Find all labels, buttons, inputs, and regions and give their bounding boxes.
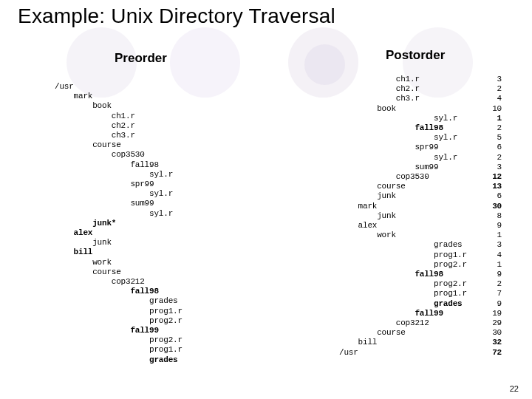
postorder-line: work1 (339, 231, 502, 240)
preorder-line: ch3.r (55, 131, 306, 140)
preorder-line: spr99 (55, 180, 306, 189)
postorder-line: prog1.r7 (339, 289, 502, 299)
postorder-line: spr996 (339, 143, 502, 152)
postorder-line: syl.r5 (339, 133, 502, 143)
preorder-line: fall99 (55, 326, 306, 335)
postorder-line: fall982 (339, 123, 502, 133)
postorder-line: grades3 (339, 240, 502, 250)
preorder-line: book (55, 101, 306, 111)
preorder-line: syl.r (55, 170, 306, 180)
postorder-line: ch2.r2 (339, 84, 502, 94)
postorder-line: cop353012 (339, 172, 502, 182)
postorder-line: prog2.r1 (339, 260, 502, 270)
postorder-line: ch1.r3 (339, 75, 502, 84)
postorder-line: junk8 (339, 211, 502, 221)
preorder-line: ch2.r (55, 121, 306, 131)
postorder-line: alex9 (339, 221, 502, 231)
preorder-line: junk* (55, 219, 306, 228)
postorder-line: syl.r1 (339, 114, 502, 123)
postorder-line: junk6 (339, 191, 502, 201)
preorder-line: bill (55, 248, 306, 257)
postorder-line: sum993 (339, 163, 502, 172)
postorder-line: course13 (339, 182, 502, 191)
preorder-line: ch1.r (55, 112, 306, 121)
preorder-line: prog1.r (55, 307, 306, 316)
postorder-line: /usr72 (339, 348, 502, 358)
preorder-line: prog1.r (55, 345, 306, 355)
preorder-line: sum99 (55, 199, 306, 208)
postorder-line: bill32 (339, 338, 502, 347)
preorder-line: fall98 (55, 287, 306, 296)
preorder-line: prog2.r (55, 316, 306, 326)
preorder-column-title: Preorder (115, 51, 167, 66)
postorder-line: cop321229 (339, 318, 502, 328)
preorder-line: grades (55, 296, 306, 306)
preorder-line: fall98 (55, 160, 306, 170)
preorder-line: /usr (55, 82, 306, 92)
preorder-line: syl.r (55, 189, 306, 199)
postorder-line: course30 (339, 328, 502, 338)
postorder-line: prog2.r2 (339, 279, 502, 289)
preorder-line: course (55, 267, 306, 277)
page-number: 22 (510, 384, 519, 393)
postorder-line: ch3.r4 (339, 94, 502, 103)
preorder-line: alex (55, 228, 306, 238)
preorder-line: cop3530 (55, 150, 306, 160)
postorder-column-title: Postorder (386, 48, 445, 63)
slide-title: Example: Unix Directory Traversal (18, 4, 335, 28)
preorder-line: grades (55, 355, 306, 365)
postorder-line: mark30 (339, 202, 502, 211)
preorder-line: course (55, 140, 306, 150)
postorder-listing: ch1.r3 ch2.r2 ch3.r4 book10 syl.r1 fall9… (339, 75, 502, 358)
preorder-line: syl.r (55, 209, 306, 219)
postorder-line: prog1.r4 (339, 250, 502, 260)
postorder-line: syl.r2 (339, 153, 502, 163)
preorder-line: prog2.r (55, 335, 306, 345)
preorder-line: work (55, 258, 306, 267)
postorder-line: grades9 (339, 299, 502, 309)
postorder-line: fall9919 (339, 309, 502, 318)
postorder-line: book10 (339, 104, 502, 114)
preorder-line: cop3212 (55, 277, 306, 287)
postorder-line: fall989 (339, 270, 502, 279)
preorder-line: junk (55, 238, 306, 248)
preorder-listing: /usr mark book ch1.r ch2.r ch3.r course … (55, 82, 306, 365)
preorder-line: mark (55, 92, 306, 101)
